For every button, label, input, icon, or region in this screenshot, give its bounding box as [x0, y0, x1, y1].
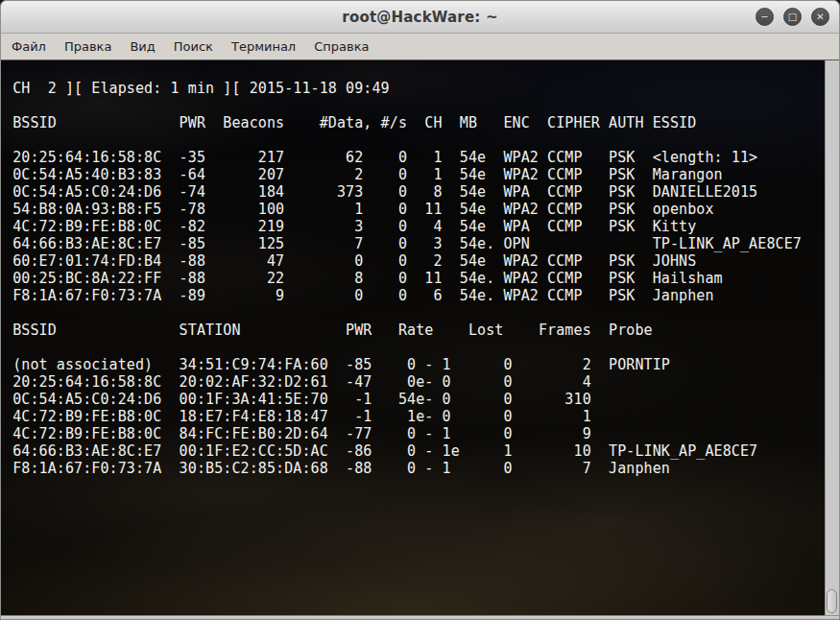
- menu-bar: Файл Правка Вид Поиск Терминал Справка: [1, 34, 839, 60]
- menu-item-view[interactable]: Вид: [129, 37, 156, 56]
- scrollbar-thumb[interactable]: [827, 589, 837, 613]
- minimize-icon: −: [760, 12, 768, 21]
- titlebar[interactable]: root@HackWare: ~ − □ ✕: [1, 1, 839, 34]
- window-controls: − □ ✕: [756, 1, 829, 33]
- scrollbar[interactable]: [825, 60, 839, 615]
- close-button[interactable]: ✕: [811, 8, 829, 26]
- terminal-area: CH 2 ][ Elapsed: 1 min ][ 2015-11-18 09:…: [1, 60, 839, 615]
- minimize-button[interactable]: −: [756, 8, 774, 26]
- menu-item-help[interactable]: Справка: [313, 37, 370, 56]
- menu-item-edit[interactable]: Правка: [63, 37, 112, 56]
- maximize-icon: □: [788, 12, 797, 21]
- terminal-screen[interactable]: CH 2 ][ Elapsed: 1 min ][ 2015-11-18 09:…: [1, 60, 825, 615]
- window-bottom-border: [1, 615, 839, 619]
- menu-item-terminal[interactable]: Терминал: [230, 37, 297, 56]
- menu-item-search[interactable]: Поиск: [173, 37, 214, 56]
- terminal-window: root@HackWare: ~ − □ ✕ Файл Правка Вид П…: [0, 0, 840, 620]
- maximize-button[interactable]: □: [783, 8, 802, 26]
- terminal-output: CH 2 ][ Elapsed: 1 min ][ 2015-11-18 09:…: [1, 60, 825, 477]
- window-title: root@HackWare: ~: [342, 9, 497, 26]
- menu-item-file[interactable]: Файл: [11, 37, 47, 56]
- close-icon: ✕: [816, 12, 824, 21]
